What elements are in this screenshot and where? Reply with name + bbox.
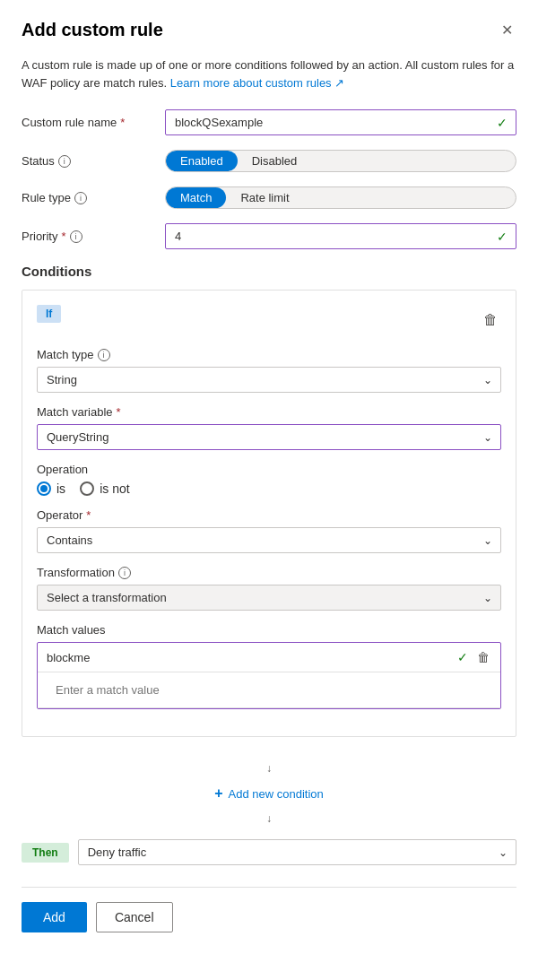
status-row: Status i Enabled Disabled xyxy=(22,150,516,172)
custom-rule-name-row: Custom rule name * ✓ xyxy=(22,109,516,135)
then-badge: Then xyxy=(22,843,69,863)
then-row: Then Deny traffic Allow traffic Log only… xyxy=(22,839,516,865)
match-value-text: blockme xyxy=(47,651,450,664)
conditions-box: If 🗑 Match type i String IP address Geo … xyxy=(22,290,516,737)
match-type-label: Match type i xyxy=(37,348,501,361)
arrow-down-icon: ↓ xyxy=(266,762,272,775)
then-action-select-wrapper: Deny traffic Allow traffic Log only Redi… xyxy=(78,839,516,865)
operation-is-radio[interactable] xyxy=(37,481,51,496)
match-values-label: Match values xyxy=(37,623,501,637)
cancel-button[interactable]: Cancel xyxy=(96,902,173,932)
learn-more-link[interactable]: Learn more about custom rules ↗ xyxy=(170,76,345,90)
priority-valid-icon: ✓ xyxy=(497,230,508,244)
match-value-item: blockme ✓ 🗑 xyxy=(38,643,500,672)
add-button[interactable]: Add xyxy=(22,902,87,932)
if-header: If 🗑 xyxy=(37,305,501,335)
add-condition-label: Add new condition xyxy=(229,787,324,801)
match-type-group: Match type i String IP address Geo locat… xyxy=(37,348,501,393)
match-variable-group: Match variable * QueryString RequestBody… xyxy=(37,405,501,450)
close-icon: ✕ xyxy=(501,22,513,39)
transformation-group: Transformation i Select a transformation… xyxy=(37,566,501,611)
status-toggle-group: Enabled Disabled xyxy=(165,150,516,172)
plus-icon: + xyxy=(214,785,222,802)
match-variable-required: * xyxy=(117,405,121,419)
name-valid-icon: ✓ xyxy=(497,116,508,130)
status-label: Status i xyxy=(22,154,165,168)
match-type-select[interactable]: String IP address Geo location xyxy=(37,367,501,393)
priority-input[interactable] xyxy=(165,223,516,249)
operation-group: Operation is is not xyxy=(37,463,501,496)
operation-is-not-option[interactable]: is not xyxy=(80,481,129,496)
close-button[interactable]: ✕ xyxy=(498,18,516,42)
transformation-label: Transformation i xyxy=(37,566,501,579)
rule-type-rate-limit-button[interactable]: Rate limit xyxy=(226,187,303,208)
rule-type-toggle-group: Match Rate limit xyxy=(165,186,516,209)
status-info-icon: i xyxy=(58,155,71,168)
match-value-delete-icon: 🗑 xyxy=(477,650,490,664)
add-condition-button[interactable]: + Add new condition xyxy=(207,782,331,805)
match-variable-select-wrapper: QueryString RequestBody RequestHeaders R… xyxy=(37,424,501,450)
operator-select-wrapper: Contains Equals StartsWith EndsWith Less… xyxy=(37,527,501,553)
status-disabled-button[interactable]: Disabled xyxy=(238,151,312,171)
operation-radio-group: is is not xyxy=(37,481,501,496)
match-type-select-wrapper: String IP address Geo location ⌄ xyxy=(37,367,501,393)
operator-label: Operator * xyxy=(37,508,501,522)
rule-type-row: Rule type i Match Rate limit xyxy=(22,186,516,209)
match-type-info-icon: i xyxy=(98,349,110,361)
operator-group: Operator * Contains Equals StartsWith En… xyxy=(37,508,501,553)
match-variable-label: Match variable * xyxy=(37,405,501,419)
operation-label: Operation xyxy=(37,463,501,476)
status-toggle-wrap: Enabled Disabled xyxy=(165,150,516,172)
custom-rule-name-label: Custom rule name * xyxy=(22,116,165,129)
custom-rule-name-field-wrap: ✓ xyxy=(165,109,516,135)
rule-type-label: Rule type i xyxy=(22,191,165,204)
custom-rule-name-input[interactable] xyxy=(165,109,516,135)
priority-info-icon: i xyxy=(70,230,82,243)
rule-type-match-button[interactable]: Match xyxy=(166,187,226,208)
operation-is-label: is xyxy=(56,481,65,496)
match-values-box: blockme ✓ 🗑 xyxy=(37,642,501,709)
add-custom-rule-dialog: Add custom rule ✕ A custom rule is made … xyxy=(0,0,538,954)
rule-type-toggle-wrap: Match Rate limit xyxy=(165,186,516,209)
match-variable-select[interactable]: QueryString RequestBody RequestHeaders R… xyxy=(37,424,501,450)
operator-required: * xyxy=(86,508,91,522)
match-value-check-icon: ✓ xyxy=(457,650,468,664)
dialog-title: Add custom rule xyxy=(22,20,163,40)
condition-arrow: ↓ xyxy=(266,762,272,775)
arrow-down-icon-2: ↓ xyxy=(266,812,272,825)
required-indicator: * xyxy=(120,116,125,129)
transformation-select-wrapper: Select a transformation Lowercase Upperc… xyxy=(37,585,501,611)
operator-select[interactable]: Contains Equals StartsWith EndsWith Less… xyxy=(37,527,501,553)
delete-condition-button[interactable]: 🗑 xyxy=(480,308,501,332)
operation-is-not-radio[interactable] xyxy=(80,481,94,496)
if-badge: If xyxy=(37,305,61,323)
delete-icon: 🗑 xyxy=(483,312,498,327)
footer-buttons: Add Cancel xyxy=(22,887,516,932)
dialog-header: Add custom rule ✕ xyxy=(22,18,516,42)
operation-is-option[interactable]: is xyxy=(37,481,65,496)
match-values-group: Match values blockme ✓ 🗑 xyxy=(37,623,501,709)
conditions-section-title: Conditions xyxy=(22,264,516,279)
description-text: A custom rule is made up of one or more … xyxy=(22,56,516,91)
transformation-select[interactable]: Select a transformation Lowercase Upperc… xyxy=(37,585,501,611)
priority-field-wrap: ✓ xyxy=(165,223,516,249)
add-condition-area: ↓ + Add new condition ↓ xyxy=(22,748,516,839)
match-value-input[interactable] xyxy=(47,678,491,702)
then-action-select[interactable]: Deny traffic Allow traffic Log only Redi… xyxy=(78,839,516,865)
status-enabled-button[interactable]: Enabled xyxy=(166,151,238,171)
operation-is-not-label: is not xyxy=(100,481,129,496)
priority-required-indicator: * xyxy=(61,230,65,243)
match-value-delete-button[interactable]: 🗑 xyxy=(475,648,491,666)
rule-type-info-icon: i xyxy=(74,192,87,204)
match-value-input-row xyxy=(38,672,500,708)
condition-arrow-below: ↓ xyxy=(266,812,272,825)
transformation-info-icon: i xyxy=(118,567,131,579)
priority-row: Priority * i ✓ xyxy=(22,223,516,249)
priority-label: Priority * i xyxy=(22,230,165,243)
